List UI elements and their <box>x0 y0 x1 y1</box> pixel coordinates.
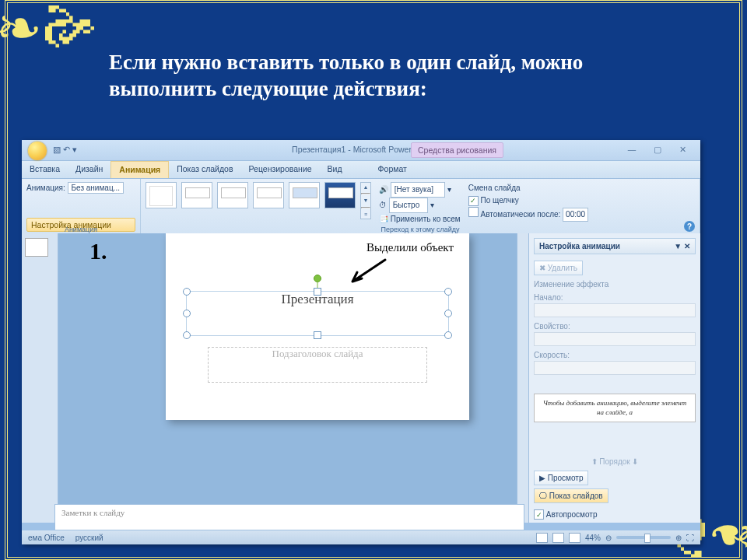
tab-format[interactable]: Формат <box>370 161 415 178</box>
tab-design[interactable]: Дизайн <box>68 161 110 178</box>
ribbon-tabs: Вставка Дизайн Анимация Показ слайдов Ре… <box>22 161 700 179</box>
delete-animation-button: ✖ Удалить <box>534 261 583 275</box>
tab-animation[interactable]: Анимация <box>110 161 169 178</box>
auto-after-spinner[interactable]: 00:00 <box>563 208 588 222</box>
sorter-view-button[interactable] <box>552 533 564 543</box>
resize-handle[interactable] <box>183 331 191 339</box>
animation-dropdown[interactable]: Без анимац... <box>68 182 124 194</box>
tab-view[interactable]: Вид <box>320 161 350 178</box>
sound-dropdown[interactable]: [Нет звука] <box>391 182 445 198</box>
autopreview-checkbox[interactable]: ✓ <box>534 509 544 520</box>
slide-canvas[interactable]: Выделили объект Презентация <box>166 233 469 420</box>
slideshow-view-button[interactable] <box>569 533 580 543</box>
resize-handle[interactable] <box>183 310 191 317</box>
tab-slideshow[interactable]: Показ слайдов <box>169 161 240 178</box>
ribbon: Анимация: Без анимац... Настройка анимац… <box>22 179 700 236</box>
slide-canvas-area: 1. Выделили объект Презента <box>58 233 517 523</box>
tab-insert[interactable]: Вставка <box>22 161 68 178</box>
annotation-arrow <box>345 257 391 288</box>
work-area: 1. Выделили объект Презента <box>22 233 700 523</box>
speed-select <box>534 361 696 375</box>
slide-heading: Если нужно вставить только в один слайд,… <box>109 50 685 103</box>
start-label: Начало: <box>534 293 563 302</box>
auto-after-checkbox[interactable] <box>468 207 479 217</box>
taskpane-title: Настройка анимации <box>539 242 620 250</box>
preview-button[interactable]: ▶ Просмотр <box>534 471 588 485</box>
group-label-animation: Анимация <box>22 226 140 233</box>
window-title: Презентация1 - Microsoft PowerPoint <box>292 145 430 154</box>
zoom-in[interactable]: ⊕ <box>675 534 682 542</box>
fit-button[interactable]: ⛶ <box>686 534 694 542</box>
notes-pane[interactable]: Заметки к слайду <box>54 504 524 530</box>
transition-options: 🔊 [Нет звука] ▾ ⏱ Быстро ▾ 📑 Применить к… <box>379 182 461 219</box>
taskpane-controls[interactable]: ▼ ✕ <box>674 242 690 250</box>
office-button[interactable] <box>28 142 47 160</box>
property-label: Свойство: <box>534 322 570 331</box>
transition-gallery[interactable]: ▲▼≡ <box>146 182 371 219</box>
tab-review[interactable]: Рецензирование <box>241 161 320 178</box>
transition-3[interactable] <box>253 182 284 208</box>
animation-label: Анимация: <box>26 184 65 192</box>
transition-2[interactable] <box>217 182 248 208</box>
on-click-checkbox[interactable]: ✓ <box>468 196 479 206</box>
normal-view-button[interactable] <box>536 533 548 543</box>
start-select <box>534 303 696 317</box>
vertical-scrollbar[interactable] <box>517 233 528 523</box>
step-number: 1. <box>89 238 107 264</box>
resize-handle[interactable] <box>444 310 452 317</box>
slideshow-button[interactable]: 🖵 Показ слайдов <box>534 488 608 503</box>
selected-title-box[interactable]: Презентация <box>186 291 449 336</box>
property-select <box>534 332 696 346</box>
group-transition: ▲▼≡ 🔊 [Нет звука] ▾ ⏱ Быстро ▾ 📑 Примени… <box>141 179 700 235</box>
resize-handle[interactable] <box>314 331 321 339</box>
advance-slide-options: Смена слайда ✓ По щелчку Автоматически п… <box>468 182 588 219</box>
group-label-transition: Переход к этому слайду <box>141 226 700 233</box>
resize-handle[interactable] <box>444 288 452 296</box>
advance-label: Смена слайда <box>468 182 588 194</box>
resize-handle[interactable] <box>444 331 452 339</box>
zoom-out[interactable]: ⊖ <box>605 534 612 542</box>
change-effect-label: Изменение эффекта <box>534 280 696 289</box>
powerpoint-window: ▧ ↶ ▾ Презентация1 - Microsoft PowerPoin… <box>22 140 700 544</box>
group-animation: Анимация: Без анимац... Настройка анимац… <box>22 179 141 235</box>
transition-4[interactable] <box>289 182 320 208</box>
animation-taskpane: Настройка анимации ▼ ✕ ✖ Удалить Изменен… <box>528 233 700 523</box>
taskpane-header: Настройка анимации ▼ ✕ <box>534 238 696 254</box>
transition-1[interactable] <box>181 182 212 208</box>
status-theme: ема Office <box>28 534 65 542</box>
transition-none[interactable] <box>146 182 177 208</box>
title-bar: ▧ ↶ ▾ Презентация1 - Microsoft PowerPoin… <box>22 140 700 161</box>
transition-5[interactable] <box>324 182 356 208</box>
resize-handle[interactable] <box>183 288 191 296</box>
help-icon[interactable]: ? <box>684 221 695 232</box>
slide-thumbnail-1[interactable] <box>25 238 48 257</box>
resize-handle[interactable] <box>314 288 321 296</box>
window-buttons[interactable]: — ▢ ✕ <box>628 145 694 154</box>
status-lang: русский <box>75 534 103 542</box>
apply-all-button[interactable]: Применить ко всем <box>391 215 461 223</box>
slide-panel[interactable] <box>22 233 58 523</box>
subtitle-placeholder[interactable]: Подзаголовок слайда <box>208 347 427 383</box>
status-bar: ема Office русский 44% ⊖ ⊕ ⛶ <box>22 530 700 544</box>
gallery-more[interactable]: ▲▼≡ <box>360 182 371 219</box>
quick-access-toolbar[interactable]: ▧ ↶ ▾ <box>53 145 77 154</box>
contextual-tab-group: Средства рисования <box>411 142 503 158</box>
speed-dropdown[interactable]: Быстро <box>389 198 428 213</box>
taskpane-hint: Чтобы добавить анимацию, выделите элемен… <box>534 394 696 422</box>
annotation-text: Выделили объект <box>366 241 454 254</box>
speed-label: Скорость: <box>534 351 570 359</box>
zoom-slider[interactable] <box>616 536 671 539</box>
zoom-value: 44% <box>585 534 601 542</box>
